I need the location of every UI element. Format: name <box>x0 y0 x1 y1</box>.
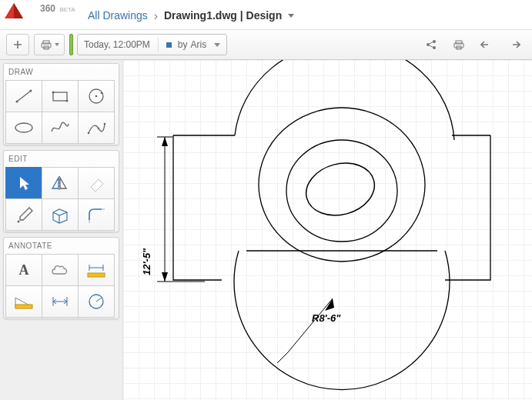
fillet-tool[interactable] <box>78 198 115 231</box>
brand-label: 360 BETA <box>40 3 75 14</box>
aligned-dim-icon <box>49 292 72 312</box>
annotate-panel: ANNOTATE A <box>3 237 119 319</box>
svg-point-36 <box>286 140 397 242</box>
mirror-tool[interactable] <box>42 167 79 199</box>
svg-point-12 <box>16 101 18 103</box>
line-icon <box>12 86 35 106</box>
svg-point-23 <box>104 123 106 125</box>
eyedropper-tool[interactable] <box>5 198 42 231</box>
svg-point-15 <box>52 92 55 94</box>
angular-dim-icon <box>12 292 35 312</box>
drawing-canvas[interactable]: 12'-5" R8'-6" <box>123 60 532 400</box>
tool-palette: DRAW EDIT ANNOTATE <box>0 60 123 400</box>
line-tool[interactable] <box>5 80 42 112</box>
user-color-swatch <box>166 42 172 48</box>
circle-tool[interactable] <box>78 80 115 112</box>
radial-dimension-tool[interactable] <box>78 285 115 318</box>
spline-tool[interactable] <box>78 112 115 144</box>
svg-point-20 <box>15 123 32 132</box>
rectangle-tool[interactable] <box>42 80 79 112</box>
linear-dim-icon <box>85 260 108 280</box>
header: 360 BETA All Drawings › Drawing1.dwg | D… <box>0 0 532 29</box>
svg-rect-14 <box>53 92 67 101</box>
main: DRAW EDIT ANNOTATE <box>0 60 532 400</box>
svg-point-7 <box>433 46 436 49</box>
vertical-dimension-label: 12'-5" <box>141 248 152 275</box>
app-logo <box>3 2 32 28</box>
cloud-tool[interactable] <box>42 254 79 286</box>
cloud-icon <box>49 260 72 280</box>
undo-button[interactable] <box>475 34 498 55</box>
circle-icon <box>85 86 108 106</box>
caret-down-icon <box>288 14 294 18</box>
box-select-tool[interactable] <box>42 198 79 231</box>
svg-line-11 <box>17 91 31 102</box>
share-button[interactable] <box>420 34 443 55</box>
radius-dimension-label: R8'-6" <box>312 312 340 324</box>
undo-icon <box>480 39 493 50</box>
timeline-handle[interactable] <box>69 34 73 55</box>
caret-down-icon <box>55 43 59 46</box>
annotate-panel-title: ANNOTATE <box>5 239 117 254</box>
svg-point-13 <box>30 90 32 92</box>
svg-rect-28 <box>88 273 105 277</box>
svg-point-16 <box>66 100 69 102</box>
svg-point-37 <box>300 155 380 222</box>
breadcrumb-current: Drawing1.dwg | Design <box>164 9 282 22</box>
eraser-icon <box>85 173 108 193</box>
breadcrumb-dropdown[interactable] <box>285 9 294 22</box>
toolbar: Today, 12:00PM by Aris <box>0 29 532 60</box>
svg-point-35 <box>259 108 425 262</box>
timeline-author: Aris <box>191 39 207 50</box>
caret-down-icon <box>214 43 220 47</box>
ellipse-tool[interactable] <box>5 112 42 144</box>
brand-main: 360 <box>40 3 55 14</box>
text-icon: A <box>19 262 29 278</box>
svg-line-42 <box>277 352 288 363</box>
breadcrumb-root-link[interactable]: All Drawings <box>88 9 148 22</box>
add-button[interactable] <box>6 34 29 55</box>
eyedropper-icon <box>12 205 35 225</box>
squiggle-icon <box>49 118 72 138</box>
fillet-icon <box>85 205 108 225</box>
rectangle-icon <box>49 86 72 106</box>
svg-marker-1 <box>14 3 23 18</box>
linear-dimension-tool[interactable] <box>78 254 115 286</box>
print-button[interactable] <box>447 34 470 55</box>
drawing-content <box>123 60 532 400</box>
svg-line-34 <box>96 298 102 302</box>
breadcrumb: All Drawings › Drawing1.dwg | Design <box>88 9 294 23</box>
printer-icon <box>40 39 52 50</box>
freehand-tool[interactable] <box>42 112 79 144</box>
cursor-icon <box>12 173 35 193</box>
mirror-icon <box>49 173 72 193</box>
svg-point-22 <box>98 128 100 130</box>
text-tool[interactable]: A <box>5 254 42 286</box>
radial-dim-icon <box>85 292 108 312</box>
aligned-dimension-tool[interactable] <box>42 285 79 318</box>
erase-tool[interactable] <box>78 167 115 199</box>
timeline-author-prefix: by <box>178 39 188 50</box>
spline-icon <box>85 118 108 138</box>
printer-icon <box>453 39 465 50</box>
svg-point-19 <box>101 92 103 95</box>
angular-dimension-tool[interactable] <box>5 285 42 318</box>
svg-rect-29 <box>15 305 32 308</box>
svg-line-41 <box>288 298 333 352</box>
svg-point-18 <box>95 95 98 98</box>
ellipse-icon <box>12 118 35 138</box>
print-dropdown-button[interactable] <box>34 34 65 55</box>
plus-icon <box>12 39 23 50</box>
draw-panel: DRAW <box>3 63 119 145</box>
breadcrumb-separator: › <box>154 9 158 22</box>
timeline-timestamp: Today, 12:00PM <box>84 39 150 50</box>
draw-panel-title: DRAW <box>5 65 117 80</box>
timeline-pill[interactable]: Today, 12:00PM by Aris <box>77 34 227 55</box>
edit-panel: EDIT <box>3 150 119 232</box>
svg-point-6 <box>433 40 436 43</box>
brand-beta: BETA <box>59 6 75 13</box>
select-tool[interactable] <box>5 167 42 199</box>
redo-button[interactable] <box>503 34 526 55</box>
redo-icon <box>508 39 520 50</box>
svg-point-24 <box>18 221 20 223</box>
